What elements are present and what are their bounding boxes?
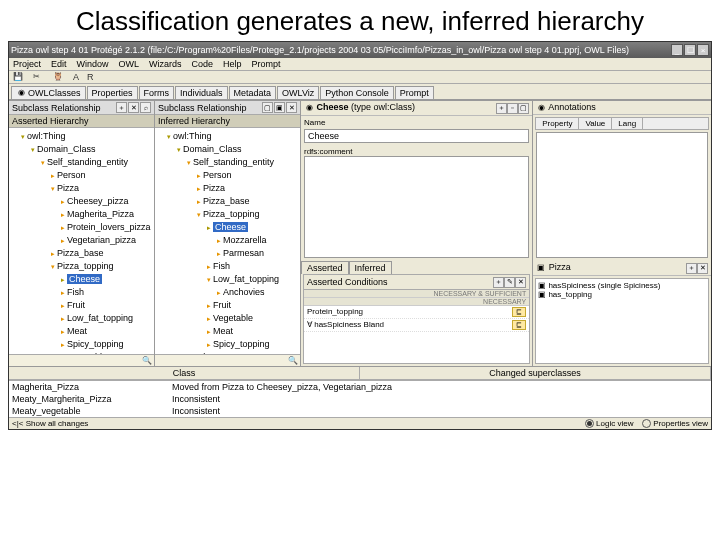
tree-item[interactable]: Person — [197, 169, 298, 182]
owl-icon[interactable]: 🦉 — [53, 72, 63, 82]
comment-label: rdfs:comment — [301, 145, 532, 156]
tree-item[interactable]: Fruit — [207, 299, 298, 312]
tree-item[interactable]: Fish — [61, 286, 152, 299]
tab-properties[interactable]: Properties — [87, 86, 138, 99]
asserted-tree[interactable]: owl:Thing Domain_Class Self_standing_ent… — [9, 128, 154, 354]
cut-icon[interactable]: ✂ — [33, 72, 43, 82]
tree-item[interactable]: Low_fat_topping — [61, 312, 152, 325]
tree-item[interactable]: Pizza — [51, 182, 152, 195]
change-class[interactable]: Meaty_Margherita_Pizza — [12, 394, 172, 404]
plus-icon[interactable]: ＋ — [496, 103, 507, 114]
tree-item[interactable]: Magherita_Pizza — [61, 208, 152, 221]
tree-item[interactable]: Person — [51, 169, 152, 182]
menu-window[interactable]: Window — [77, 59, 109, 69]
change-class[interactable]: Meaty_vegetable — [12, 406, 172, 416]
tab-forms[interactable]: Forms — [139, 86, 175, 99]
tab-metadata[interactable]: Metadata — [229, 86, 277, 99]
tab-inferred-cond[interactable]: Inferred — [349, 261, 392, 274]
close-button[interactable]: × — [697, 44, 709, 56]
change-desc: Inconsistent — [172, 406, 220, 416]
x-icon[interactable]: ✕ — [286, 102, 297, 113]
tree-item[interactable]: Vegetarian_pizza — [61, 234, 152, 247]
tree-item[interactable]: Vegetable — [207, 312, 298, 325]
pizza-header: Pizza — [549, 262, 571, 272]
conditions-body[interactable]: NECESSARY & SUFFICIENT NECESSARY Protein… — [303, 290, 530, 365]
save-icon[interactable]: 💾 — [13, 72, 23, 82]
del-prop-icon[interactable]: ✕ — [697, 263, 708, 274]
expand-icon[interactable]: ▢ — [262, 102, 273, 113]
cond-row[interactable]: Protein_topping — [307, 307, 363, 317]
note-icon[interactable]: ▢ — [518, 103, 529, 114]
inferred-tree[interactable]: owl:Thing Domain_Class Self_standing_ent… — [155, 128, 300, 354]
menu-help[interactable]: Help — [223, 59, 242, 69]
col-class[interactable]: Class — [9, 367, 360, 379]
cond-row[interactable]: ∀ hasSpiciness Bland — [307, 320, 384, 330]
tree-item[interactable]: Pizza_topping — [197, 208, 298, 221]
tree-item[interactable]: Protein_lovers_pizza — [61, 221, 152, 234]
menu-project[interactable]: Project — [13, 59, 41, 69]
tree-root[interactable]: owl:Thing — [167, 130, 298, 143]
tree-item[interactable]: Fruit — [61, 299, 152, 312]
tree-root[interactable]: owl:Thing — [21, 130, 152, 143]
tab-asserted-cond[interactable]: Asserted — [301, 261, 349, 274]
prop-row[interactable]: ▣ has_topping — [538, 290, 706, 299]
tree-item[interactable]: Meat — [61, 325, 152, 338]
add-cond-icon[interactable]: ＋ — [493, 277, 504, 288]
delete-class-icon[interactable]: ✕ — [128, 102, 139, 113]
tree-item[interactable]: Spicy_topping — [61, 338, 152, 351]
tree-item[interactable]: Pizza_base — [51, 247, 152, 260]
tree-item[interactable]: Parmesan — [217, 247, 298, 260]
tree-item[interactable]: Domain_Class — [31, 143, 152, 156]
change-class[interactable]: Magherita_Pizza — [12, 382, 172, 392]
toolbar-letters[interactable]: A R — [73, 72, 97, 82]
prop-row[interactable]: ▣ hasSpiciness (single Spiciness) — [538, 281, 706, 290]
tree-item[interactable]: Meat — [207, 325, 298, 338]
binoc-icon[interactable]: 🔍 — [288, 356, 298, 365]
properties-view-radio[interactable] — [642, 419, 651, 428]
tree-item-selected[interactable]: Cheese — [207, 221, 298, 234]
tree-item[interactable]: Spicy_topping — [207, 338, 298, 351]
tree-item[interactable]: Low_fat_topping — [207, 273, 298, 286]
binoc-icon[interactable]: 🔍 — [142, 356, 152, 365]
tab-python[interactable]: Python Console — [320, 86, 394, 99]
tree-item[interactable]: Domain_Class — [177, 143, 298, 156]
comment-textarea[interactable] — [304, 156, 529, 259]
maximize-button[interactable]: ☐ — [684, 44, 696, 56]
tab-owlviz[interactable]: OWLViz — [277, 86, 319, 99]
tree-item[interactable]: Pizza — [197, 182, 298, 195]
col-changed[interactable]: Changed superclasses — [360, 367, 711, 379]
menu-prompt[interactable]: Prompt — [252, 59, 281, 69]
tab-prompt[interactable]: Prompt — [395, 86, 434, 99]
titlebar[interactable]: Pizza owl step 4 01 Protégé 2.1.2 (file:… — [9, 42, 711, 58]
menu-wizards[interactable]: Wizards — [149, 59, 182, 69]
tree-item[interactable]: Anchovies — [217, 286, 298, 299]
prop-icon: ▣ — [536, 263, 546, 273]
del-cond-icon[interactable]: ✕ — [515, 277, 526, 288]
minus-icon[interactable]: － — [507, 103, 518, 114]
add-prop-icon[interactable]: ＋ — [686, 263, 697, 274]
tree-item[interactable]: Cheesey_pizza — [61, 195, 152, 208]
tree-item[interactable]: Self_standing_entity — [41, 156, 152, 169]
annotations-body[interactable] — [536, 132, 708, 258]
properties-body[interactable]: ▣ hasSpiciness (single Spiciness) ▣ has_… — [535, 278, 709, 365]
tree-item[interactable]: Fish — [207, 260, 298, 273]
edit-cond-icon[interactable]: ✎ — [504, 277, 515, 288]
tree-item[interactable]: Self_standing_entity — [187, 156, 298, 169]
minimize-button[interactable]: _ — [671, 44, 683, 56]
show-changes-link[interactable]: <|< Show all changes — [12, 419, 88, 428]
find-icon[interactable]: ⌕ — [140, 102, 151, 113]
tree-item[interactable]: Pizza_base — [197, 195, 298, 208]
name-input[interactable] — [304, 129, 529, 143]
changes-table[interactable]: Magherita_PizzaMoved from Pizza to Chees… — [9, 380, 711, 417]
collapse-icon[interactable]: ▣ — [274, 102, 285, 113]
menu-code[interactable]: Code — [192, 59, 214, 69]
new-class-icon[interactable]: ＋ — [116, 102, 127, 113]
logic-view-radio[interactable] — [585, 419, 594, 428]
tree-item[interactable]: Mozzarella — [217, 234, 298, 247]
menu-edit[interactable]: Edit — [51, 59, 67, 69]
tree-item[interactable]: Pizza_topping — [51, 260, 152, 273]
menu-owl[interactable]: OWL — [119, 59, 140, 69]
tab-owlclasses[interactable]: ◉OWLClasses — [11, 86, 86, 99]
tree-item-selected[interactable]: Cheese — [61, 273, 152, 286]
tab-individuals[interactable]: Individuals — [175, 86, 228, 99]
